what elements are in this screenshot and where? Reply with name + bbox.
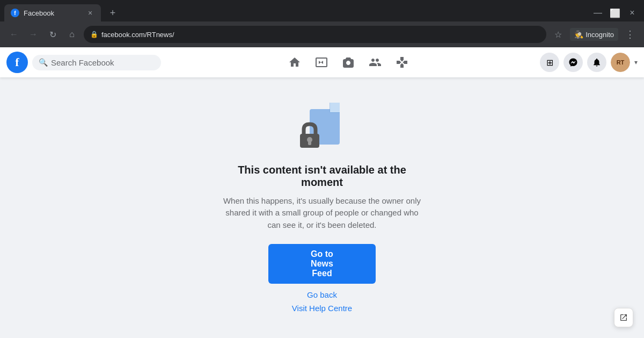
browser-window: f Facebook × + — ⬜ × ← → ↻ ⌂ 🔒 facebook.… (0, 0, 644, 338)
error-icon (298, 103, 346, 151)
facebook-navbar: f 🔍 Search Facebook ⊞ (0, 47, 644, 77)
more-options-button[interactable]: ⋮ (623, 27, 638, 42)
tab-title: Facebook (24, 9, 82, 17)
scroll-to-top-button[interactable] (614, 308, 633, 327)
go-back-link[interactable]: Go back (307, 290, 337, 299)
facebook-logo-letter: f (15, 55, 19, 69)
lock-icon-svg (298, 122, 321, 149)
tab-favicon-letter: f (14, 10, 16, 16)
back-button[interactable]: ← (6, 27, 21, 42)
close-window-button[interactable]: × (625, 5, 640, 20)
forward-button[interactable]: → (26, 27, 41, 42)
new-tab-button[interactable]: + (105, 5, 120, 20)
minimize-button[interactable]: — (590, 5, 605, 20)
avatar-dropdown-icon: ▾ (634, 59, 638, 66)
nav-watch-button[interactable] (309, 49, 334, 75)
url-box[interactable]: 🔒 facebook.com/RTnews/ (84, 26, 546, 43)
incognito-icon: 🕵 (574, 30, 583, 39)
messenger-button[interactable] (564, 53, 583, 72)
home-button[interactable]: ⌂ (64, 27, 79, 42)
nav-friends-button[interactable] (362, 49, 388, 75)
window-controls: — ⬜ × (590, 5, 640, 20)
user-avatar-button[interactable]: RT (611, 53, 630, 72)
apps-grid-button[interactable]: ⊞ (540, 53, 559, 72)
grid-icon: ⊞ (546, 57, 553, 68)
error-title: This content isn't available at the mome… (220, 164, 424, 189)
incognito-button[interactable]: 🕵 Incognito (570, 28, 618, 41)
tab-favicon: f (11, 9, 19, 17)
tab-close-button[interactable]: × (86, 9, 94, 17)
nav-home-button[interactable] (282, 49, 308, 75)
nav-marketplace-button[interactable] (335, 49, 361, 75)
bell-icon (592, 57, 602, 67)
notifications-button[interactable] (587, 53, 606, 72)
avatar-circle: RT (611, 53, 630, 72)
tab-bar: f Facebook × + — ⬜ × (0, 0, 644, 21)
nav-gaming-button[interactable] (389, 49, 415, 75)
visit-help-centre-link[interactable]: Visit Help Centre (292, 304, 352, 313)
facebook-logo[interactable]: f (6, 52, 28, 73)
scroll-top-icon (619, 313, 628, 322)
lock-container (298, 122, 321, 151)
search-icon: 🔍 (39, 58, 48, 67)
incognito-label: Incognito (586, 31, 614, 39)
tab-bar-left: f Facebook × + (4, 4, 120, 21)
nav-right-section: ⊞ RT ▾ (540, 53, 638, 72)
lock-icon: 🔒 (90, 31, 98, 38)
go-to-news-feed-button[interactable]: Go to News Feed (268, 244, 376, 284)
error-card: This content isn't available at the mome… (209, 81, 435, 335)
avatar-image: RT (617, 59, 625, 66)
facebook-content: This content isn't available at the mome… (0, 77, 644, 338)
bookmark-star-button[interactable]: ☆ (551, 27, 566, 42)
search-placeholder-text: Search Facebook (51, 58, 114, 67)
messenger-icon (568, 57, 578, 67)
svg-rect-6 (308, 141, 311, 145)
active-tab[interactable]: f Facebook × (4, 4, 101, 21)
nav-icons (282, 49, 415, 75)
maximize-button[interactable]: ⬜ (608, 5, 623, 20)
reload-button[interactable]: ↻ (45, 27, 60, 42)
url-text: facebook.com/RTnews/ (101, 31, 540, 39)
error-description: When this happens, it's usually because … (220, 195, 424, 232)
svg-rect-3 (330, 103, 340, 112)
search-box[interactable]: 🔍 Search Facebook (32, 55, 161, 70)
address-bar: ← → ↻ ⌂ 🔒 facebook.com/RTnews/ ☆ 🕵 Incog… (0, 21, 644, 47)
